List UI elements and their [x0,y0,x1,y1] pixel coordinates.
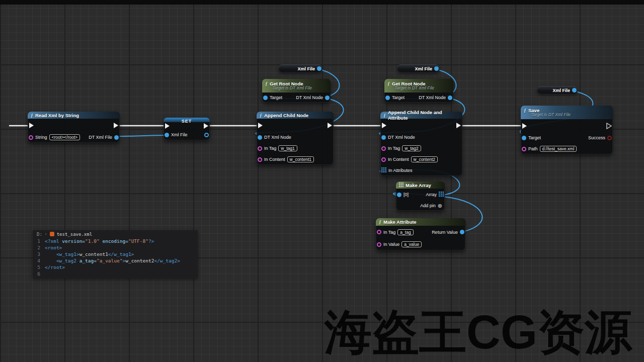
pin-label: Array [426,192,437,197]
node-header[interactable]: Make Array [396,182,445,189]
node-header[interactable]: ƒ Append Child Node and Attribute [380,112,462,119]
node-make-attribute[interactable]: ƒ Make Attribute In Tag a_tag Return Val… [376,218,465,250]
variable-get-xml-file-2[interactable]: Xml File [397,64,440,73]
object-in-pin[interactable] [381,135,386,140]
node-header[interactable]: ƒ Get Root Node Target is DT Xml File [384,79,453,93]
string-value-field[interactable]: <root></root> [49,134,80,140]
in-content-pin[interactable] [258,157,262,162]
node-header[interactable]: ƒ Append Child Node [257,112,334,119]
pin-label: Xml File [171,132,188,137]
element-0-pin[interactable] [397,193,401,197]
node-get-root-node-1[interactable]: ƒ Get Root Node Target is DT Xml File Ta… [262,79,331,103]
node-title: Append Child Node [264,113,308,118]
in-tag-pin[interactable] [381,146,386,151]
function-icon: ƒ [379,219,381,225]
exec-out-pin[interactable] [203,123,209,129]
node-read-xml-by-string[interactable]: ƒ Read Xml by String String <root></root… [28,112,120,143]
variable-get-xml-file-1[interactable]: Xml File [278,64,323,73]
add-pin-icon[interactable]: ⊕ [438,203,442,209]
in-tag-field[interactable]: w_tag2 [402,145,421,151]
object-pin[interactable] [317,66,321,71]
pin-label: In Tag [388,146,400,151]
array-in-pin[interactable] [381,167,386,173]
xml-preview-panel: D: › test_save.xml 1<?xml version="1.0" … [33,230,198,279]
object-in-pin[interactable] [258,135,262,140]
object-in-pin[interactable] [165,133,169,137]
pin-label: DT Xml Node [296,95,323,100]
success-pin[interactable] [607,136,612,140]
node-append-child-node[interactable]: ƒ Append Child Node DT Xml Node In Tag w… [257,112,334,165]
array-out-pin[interactable] [439,192,444,198]
node-title: SET [182,119,192,122]
pin-label: In Value [383,242,399,247]
make-array-icon [399,183,404,188]
pin-label: [0] [404,192,409,197]
code-line: 5</root> [33,264,198,270]
pin-label: In Attributes [388,168,413,173]
pin-label: In Content [264,157,285,162]
node-get-root-node-2[interactable]: ƒ Get Root Node Target is DT Xml File Ta… [384,79,453,103]
exec-out-pin[interactable] [606,123,612,129]
breadcrumb-filename[interactable]: test_save.xml [57,232,92,237]
object-out-pin[interactable] [448,96,452,100]
variable-label: Xml File [415,66,432,71]
target-pin[interactable] [263,96,268,100]
in-tag-pin[interactable] [258,146,262,151]
variable-get-xml-file-3[interactable]: Xml File [537,86,578,95]
in-content-pin[interactable] [381,157,386,162]
function-icon: ƒ [260,113,262,118]
code-line: 2<root> [33,244,198,251]
pin-label: In Tag [264,146,276,151]
path-field[interactable]: d://test_save.xml [540,146,577,152]
node-header[interactable]: ƒ Make Attribute [376,218,465,226]
target-pin[interactable] [522,136,526,140]
in-tag-field[interactable]: a_tag [397,229,413,235]
object-pin[interactable] [572,88,577,93]
in-tag-pin[interactable] [377,230,381,234]
string-pin[interactable] [29,135,33,140]
node-header[interactable]: ƒ Read Xml by String [28,112,120,119]
exec-in-pin[interactable] [522,123,527,129]
node-save[interactable]: ƒ Save Target is DT Xml File Target Succ… [521,106,613,154]
exec-in-pin[interactable] [258,122,263,129]
pin-label: Success [588,135,605,140]
breadcrumb-drive[interactable]: D: [37,232,42,237]
in-value-field[interactable]: a_value [401,241,422,247]
exec-in-pin[interactable] [165,123,170,129]
exec-out-pin[interactable] [327,122,333,129]
pin-label: Target [528,135,541,140]
node-title: Make Array [406,183,431,188]
exec-out-pin[interactable] [456,122,461,129]
code-line: 4 <w_tag2 a_tag="a_value">w_content2</w_… [33,257,198,264]
chevron-right-icon: › [45,232,47,236]
path-pin[interactable] [522,147,526,151]
node-set-xml-file[interactable]: SET Xml File [164,118,210,140]
code-editor[interactable]: 1<?xml version="1.0" encoding="UTF-8"?>2… [33,238,198,277]
node-header[interactable]: ƒ Get Root Node Target is DT Xml File [262,79,331,93]
target-pin[interactable] [385,96,390,100]
node-title: Append Child Node and Attribute [388,110,459,121]
exec-out-pin[interactable] [113,122,119,129]
node-title: Read Xml by String [35,113,79,118]
object-out-pin[interactable] [114,135,119,140]
object-out-pin[interactable] [204,133,209,137]
in-tag-field[interactable]: w_tag1 [278,145,297,151]
exec-in-pin[interactable] [29,122,34,129]
exec-in-pin[interactable] [381,122,387,129]
object-pin[interactable] [434,66,439,71]
node-header[interactable]: ƒ Save Target is DT Xml File [521,106,613,119]
object-out-pin[interactable] [325,96,330,100]
in-value-pin[interactable] [377,242,381,247]
pin-label: Path [528,146,538,151]
breadcrumb: D: › test_save.xml [33,230,198,238]
node-subtitle: Target is DT Xml File [387,85,450,90]
return-value-pin[interactable] [460,230,464,234]
node-append-child-node-and-attribute[interactable]: ƒ Append Child Node and Attribute DT Xml… [380,112,462,176]
node-make-array[interactable]: Make Array [0] Array Add pin ⊕ [396,182,445,211]
node-header[interactable]: SET [164,118,210,122]
code-line: 6 [33,270,198,277]
in-content-field[interactable]: w_content1 [287,156,314,162]
add-pin-label: Add pin [420,203,436,208]
watermark-text: 海盗王CG资源 [325,308,632,357]
in-content-field[interactable]: w_content2 [411,156,438,162]
